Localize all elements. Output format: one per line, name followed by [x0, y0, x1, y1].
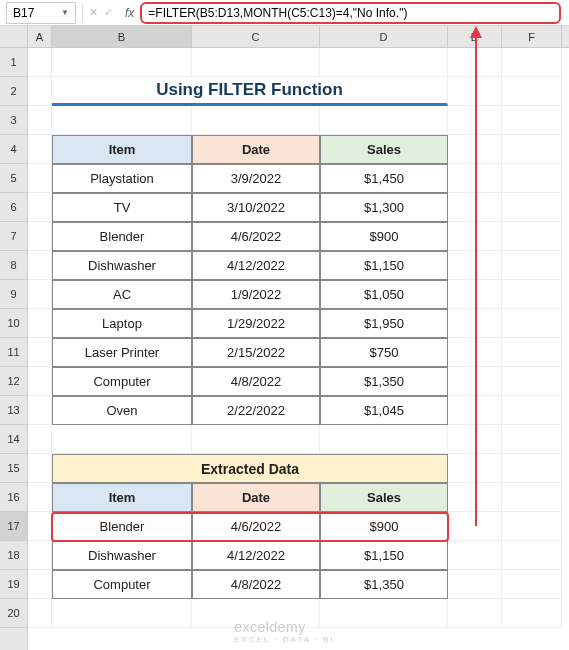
cell-sales[interactable]: $1,450 [320, 164, 448, 193]
cell-f14[interactable] [502, 425, 562, 454]
row-header-19[interactable]: 19 [0, 570, 27, 599]
cell-date[interactable]: 2/15/2022 [192, 338, 320, 367]
cell-sales[interactable]: $1,050 [320, 280, 448, 309]
row-header-20[interactable]: 20 [0, 599, 27, 628]
cell-date[interactable]: 3/9/2022 [192, 164, 320, 193]
cell-a16[interactable] [28, 483, 52, 512]
cell-a9[interactable] [28, 280, 52, 309]
cell-date[interactable]: 4/8/2022 [192, 570, 320, 599]
cell-b1[interactable] [52, 48, 192, 77]
row-header-6[interactable]: 6 [0, 193, 27, 222]
row-header-15[interactable]: 15 [0, 454, 27, 483]
row-header-13[interactable]: 13 [0, 396, 27, 425]
cell-c3[interactable] [192, 106, 320, 135]
row-header-10[interactable]: 10 [0, 309, 27, 338]
row-header-18[interactable]: 18 [0, 541, 27, 570]
cell-sales[interactable]: $900 [320, 222, 448, 251]
row-header-14[interactable]: 14 [0, 425, 27, 454]
cell-f9[interactable] [502, 280, 562, 309]
cell-f19[interactable] [502, 570, 562, 599]
cell-f1[interactable] [502, 48, 562, 77]
cell-d20[interactable] [320, 599, 448, 628]
col-header-c[interactable]: C [192, 26, 320, 47]
cell-f4[interactable] [502, 135, 562, 164]
cell-item[interactable]: Dishwasher [52, 251, 192, 280]
cell-f16[interactable] [502, 483, 562, 512]
cell-d14[interactable] [320, 425, 448, 454]
cell-date[interactable]: 4/12/2022 [192, 541, 320, 570]
header-sales[interactable]: Sales [320, 135, 448, 164]
enter-icon[interactable]: ✓ [104, 6, 113, 19]
row-header-12[interactable]: 12 [0, 367, 27, 396]
cell-f13[interactable] [502, 396, 562, 425]
cell-c1[interactable] [192, 48, 320, 77]
cell-f3[interactable] [502, 106, 562, 135]
cell-item[interactable]: Laser Printer [52, 338, 192, 367]
extracted-title[interactable]: Extracted Data [52, 454, 448, 483]
row-header-5[interactable]: 5 [0, 164, 27, 193]
cell-item[interactable]: Dishwasher [52, 541, 192, 570]
cell-f12[interactable] [502, 367, 562, 396]
row-header-8[interactable]: 8 [0, 251, 27, 280]
cell-item[interactable]: Oven [52, 396, 192, 425]
cell-f8[interactable] [502, 251, 562, 280]
cell-item[interactable]: Blender [52, 512, 192, 541]
cell-f15[interactable] [502, 454, 562, 483]
row-header-1[interactable]: 1 [0, 48, 27, 77]
cell-sales[interactable]: $1,950 [320, 309, 448, 338]
header-item-2[interactable]: Item [52, 483, 192, 512]
cell-item[interactable]: Computer [52, 367, 192, 396]
row-header-7[interactable]: 7 [0, 222, 27, 251]
cell-f17[interactable] [502, 512, 562, 541]
cell-sales[interactable]: $1,350 [320, 570, 448, 599]
col-header-b[interactable]: B [52, 26, 192, 47]
row-header-4[interactable]: 4 [0, 135, 27, 164]
formula-input[interactable]: =FILTER(B5:D13,MONTH(C5:C13)=4,"No Info.… [140, 2, 561, 24]
cell-f2[interactable] [502, 77, 562, 106]
cell-date[interactable]: 4/12/2022 [192, 251, 320, 280]
cell-e18[interactable] [448, 541, 502, 570]
row-header-9[interactable]: 9 [0, 280, 27, 309]
row-header-16[interactable]: 16 [0, 483, 27, 512]
cell-sales[interactable]: $750 [320, 338, 448, 367]
cell-f18[interactable] [502, 541, 562, 570]
cell-a17[interactable] [28, 512, 52, 541]
cell-item[interactable]: AC [52, 280, 192, 309]
cell-f20[interactable] [502, 599, 562, 628]
cell-c20[interactable] [192, 599, 320, 628]
cell-a15[interactable] [28, 454, 52, 483]
fx-icon[interactable]: fx [121, 6, 138, 20]
cell-a19[interactable] [28, 570, 52, 599]
cell-sales[interactable]: $1,150 [320, 251, 448, 280]
cell-b3[interactable] [52, 106, 192, 135]
cell-sales[interactable]: $1,300 [320, 193, 448, 222]
cell-f7[interactable] [502, 222, 562, 251]
cell-a4[interactable] [28, 135, 52, 164]
cell-sales[interactable]: $1,045 [320, 396, 448, 425]
cell-b20[interactable] [52, 599, 192, 628]
cell-sales[interactable]: $1,350 [320, 367, 448, 396]
col-header-f[interactable]: F [502, 26, 562, 47]
row-header-2[interactable]: 2 [0, 77, 27, 106]
cell-a6[interactable] [28, 193, 52, 222]
cell-date[interactable]: 4/6/2022 [192, 512, 320, 541]
col-header-a[interactable]: A [28, 26, 52, 47]
cell-item[interactable]: Computer [52, 570, 192, 599]
cell-a12[interactable] [28, 367, 52, 396]
cell-a14[interactable] [28, 425, 52, 454]
page-title[interactable]: Using FILTER Function [52, 77, 448, 106]
cell-b14[interactable] [52, 425, 192, 454]
cell-f5[interactable] [502, 164, 562, 193]
cell-a13[interactable] [28, 396, 52, 425]
cell-a11[interactable] [28, 338, 52, 367]
cell-a20[interactable] [28, 599, 52, 628]
cell-a10[interactable] [28, 309, 52, 338]
cell-sales[interactable]: $900 [320, 512, 448, 541]
cell-a5[interactable] [28, 164, 52, 193]
name-box-dropdown-icon[interactable]: ▼ [61, 8, 69, 17]
cell-a2[interactable] [28, 77, 52, 106]
row-header-3[interactable]: 3 [0, 106, 27, 135]
cell-item[interactable]: Laptop [52, 309, 192, 338]
header-date[interactable]: Date [192, 135, 320, 164]
cell-d3[interactable] [320, 106, 448, 135]
